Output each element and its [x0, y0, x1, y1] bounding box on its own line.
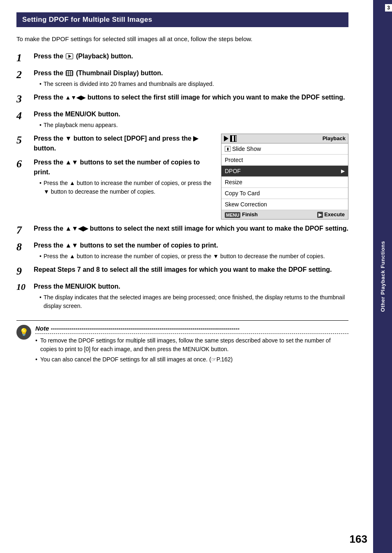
menu-bottom-bar: MENU Finish ▶ Execute	[221, 210, 348, 219]
step-6-bullet-1: Press the ▲ button to increase the numbe…	[39, 179, 213, 196]
step-7-content: Press the ▲▼◀▶ buttons to select the nex…	[34, 224, 348, 234]
slideshow-icon: ▮	[225, 146, 231, 152]
menu-copytocard-label: Copy To Card	[225, 190, 260, 197]
step-5-content: Press the ▼ button to select [DPOF] and …	[34, 134, 213, 153]
step-5: 5 Press the ▼ button to select [DPOF] an…	[16, 134, 213, 153]
step-3-content: Press the ▲▼◀▶ buttons to select the fir…	[34, 93, 348, 102]
step-10-number: 10	[16, 282, 31, 292]
menu-skew-label: Skew Correction	[225, 201, 267, 208]
step-10-content: Press the MENU/OK button. The display in…	[34, 282, 348, 310]
step-5-row: 5 Press the ▼ button to select [DPOF] an…	[16, 134, 348, 220]
step-7-number: 7	[16, 224, 31, 236]
menu-item-skew[interactable]: Skew Correction	[221, 199, 348, 210]
menu-resize-label: Resize	[225, 179, 242, 185]
step-5-title: Press the ▼ button to select [DPOF] and …	[34, 135, 198, 152]
step-7: 7 Press the ▲▼◀▶ buttons to select the n…	[16, 224, 348, 236]
step-1: 1 Press the (Playback) button.	[16, 51, 348, 64]
step-2-title: Press the (Thumbnail Display) button.	[34, 69, 163, 76]
step-2-number: 2	[16, 68, 31, 81]
step-4: 4 Press the MENU/OK button. The playback…	[16, 109, 348, 130]
step-2-bullet-1: The screen is divided into 20 frames and…	[39, 80, 348, 88]
menu-item-copytocard[interactable]: Copy To Card	[221, 188, 348, 199]
step-3-title: Press the ▲▼◀▶ buttons to select the fir…	[34, 94, 345, 101]
note-box: Note -----------------------------------…	[16, 320, 348, 366]
thumbnail-icon	[66, 70, 73, 76]
step-9: 9 Repeat Steps 7 and 8 to select all the…	[16, 265, 348, 278]
menu-execute-section: ▶ Execute	[317, 211, 345, 218]
step-6-content: Press the ▲▼ buttons to set the number o…	[34, 157, 213, 196]
step-5-number: 5	[16, 134, 31, 146]
right-sidebar: 3 Other Playback Functions	[373, 0, 392, 553]
page-header: Setting DPOF for Multiple Still Images	[16, 12, 348, 27]
step-10: 10 Press the MENU/OK button. The display…	[16, 282, 348, 310]
menu-playback-label: Playback	[323, 135, 346, 141]
step-8-content: Press the ▲▼ buttons to set the number o…	[34, 241, 348, 261]
menu-finish-label: Finish	[242, 211, 258, 217]
menu-play-icon	[224, 136, 228, 141]
menu-item-dpof[interactable]: DPOF ▶	[221, 166, 348, 177]
step-9-title: Repeat Steps 7 and 8 to select all the s…	[34, 266, 332, 273]
menu-btn-icon: MENU	[225, 212, 240, 218]
page-number: 163	[350, 533, 367, 546]
menu-grid-icon	[230, 135, 237, 142]
menu-screenshot: Playback ▮ Slide Show Protect DPOF ▶ Res…	[221, 134, 348, 220]
main-content: Setting DPOF for Multiple Still Images T…	[0, 0, 373, 553]
step-4-bullet-1: The playback menu appears.	[39, 121, 348, 130]
note-bullet-2: You can also cancel the DPOF settings fo…	[35, 355, 348, 364]
menu-item-resize[interactable]: Resize	[221, 177, 348, 188]
menu-dpof-arrow: ▶	[341, 168, 345, 174]
note-title-text: Note	[35, 325, 49, 332]
step-3-number: 3	[16, 93, 31, 105]
step-9-number: 9	[16, 265, 31, 278]
menu-protect-label: Protect	[225, 157, 243, 163]
note-bullets: To remove the DPOF settings for multiple…	[35, 336, 348, 364]
menu-finish-section: MENU Finish	[225, 211, 258, 218]
menu-item-slideshow[interactable]: ▮ Slide Show	[221, 143, 348, 155]
step-8: 8 Press the ▲▼ buttons to set the number…	[16, 241, 348, 261]
step-6-title: Press the ▲▼ buttons to set the number o…	[34, 159, 200, 176]
note-bullet-1: To remove the DPOF settings for multiple…	[35, 336, 348, 354]
step-6: 6 Press the ▲▼ buttons to set the number…	[16, 157, 213, 196]
intro-paragraph: To make the DPOF settings for selected s…	[16, 35, 348, 44]
step-1-content: Press the (Playback) button.	[34, 51, 348, 61]
arrows-icon: ▲▼◀▶	[65, 93, 85, 102]
step-4-title: Press the MENU/OK button.	[34, 111, 120, 118]
menu-slideshow-label: Slide Show	[232, 146, 261, 152]
note-content: Note -----------------------------------…	[35, 325, 348, 366]
step-1-number: 1	[16, 51, 31, 64]
note-dashes: ----------------------------------------…	[51, 325, 240, 332]
menu-item-protect[interactable]: Protect	[221, 155, 348, 166]
step-10-bullet-1: The display indicates that the selected …	[39, 293, 348, 310]
page-container: Setting DPOF for Multiple Still Images T…	[0, 0, 392, 553]
step-8-bullet-1: Press the ▲ button to increase the numbe…	[39, 252, 348, 261]
playback-icon	[66, 53, 73, 59]
menu-top-bar: Playback	[221, 134, 348, 143]
menu-execute-label: Execute	[324, 211, 345, 217]
note-title: Note -----------------------------------…	[35, 325, 348, 334]
step-10-title: Press the MENU/OK button.	[34, 283, 120, 290]
menu-dpof-label: DPOF	[225, 168, 241, 174]
step-6-number: 6	[16, 157, 31, 170]
step-8-number: 8	[16, 241, 31, 253]
step-1-title: Press the (Playback) button.	[34, 53, 133, 60]
step-8-title: Press the ▲▼ buttons to set the number o…	[34, 242, 218, 249]
step-2: 2 Press the (Thumbnail Display) button. …	[16, 68, 348, 88]
step-3: 3 Press the ▲▼◀▶ buttons to select the f…	[16, 93, 348, 105]
sidebar-label: Other Playback Functions	[380, 241, 386, 312]
step-9-content: Repeat Steps 7 and 8 to select all the s…	[34, 265, 348, 275]
step-7-title: Press the ▲▼◀▶ buttons to select the nex…	[34, 225, 348, 232]
note-icon	[16, 325, 31, 340]
step-4-number: 4	[16, 109, 31, 122]
step-4-content: Press the MENU/OK button. The playback m…	[34, 109, 348, 130]
menu-execute-icon: ▶	[317, 212, 323, 218]
page-title: Setting DPOF for Multiple Still Images	[22, 16, 152, 23]
sidebar-number: 3	[385, 4, 392, 12]
step-2-content: Press the (Thumbnail Display) button. Th…	[34, 68, 348, 88]
